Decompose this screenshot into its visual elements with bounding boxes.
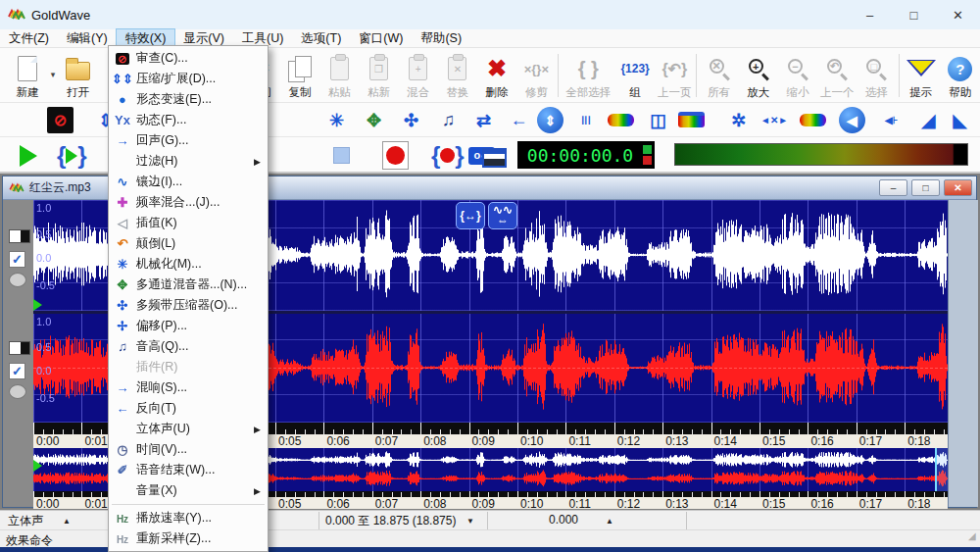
mechanize-effect-button[interactable]: ✳ <box>323 107 350 133</box>
sound-minimize-button[interactable]: – <box>879 179 907 196</box>
fade-out-effect-button[interactable]: ◣ <box>947 107 973 133</box>
effects-menu-item-frequency-blend[interactable]: ✚频率混合...(J)... <box>109 192 268 213</box>
selection-range[interactable]: 0.000 至 18.875 (18.875) <box>325 513 456 529</box>
replace-button[interactable]: ✕替换 <box>438 49 477 100</box>
effects-menu-item-pitch[interactable]: ♫音高(Q)... <box>109 336 268 357</box>
trim-button[interactable]: ×{}×修剪 <box>516 49 556 100</box>
effects-menu-item-mechanize[interactable]: ✳机械化(M)... <box>109 254 268 275</box>
sound-restore-button[interactable]: □ <box>911 179 940 196</box>
copy-button[interactable]: 复制 <box>280 49 319 100</box>
effects-menu-item-reverb[interactable]: →混响(S)... <box>109 377 268 398</box>
menu-帮助S[interactable]: 帮助(S) <box>412 29 470 47</box>
open-button[interactable]: 打开 <box>59 49 98 100</box>
zoom-handle[interactable]: ∿∿ ⇔ <box>488 202 517 229</box>
effects-menu-item-reverse[interactable]: ←反向(T) <box>109 398 268 419</box>
delete-button[interactable]: ✖删除 <box>477 49 516 100</box>
effects-menu-item-volume[interactable]: 音量(X)▶ <box>109 480 268 501</box>
new-dropdown-icon[interactable]: ▾ <box>47 49 59 100</box>
zoom-previous-button[interactable]: ↶上一个 <box>817 49 857 100</box>
channel2-enable-checkbox[interactable]: ✓ <box>9 363 25 379</box>
effects-menu-item-filter[interactable]: 过滤(H)▶ <box>109 151 268 172</box>
effects-menu-item-invert[interactable]: ↶颠倒(L) <box>109 233 268 254</box>
zoom-all-button[interactable]: ✕所有 <box>699 49 738 100</box>
censor-effect-button[interactable]: ⊘ <box>47 107 74 133</box>
loop-play-button[interactable]: {} <box>57 141 87 170</box>
zoom-in-button[interactable]: +放大 <box>739 49 778 100</box>
channel2-solo-radio[interactable] <box>9 384 26 399</box>
effects-menu-item-dynamics[interactable]: Yx动态(F)... <box>109 110 268 130</box>
channel-mixer-effect-button[interactable]: ✥ <box>361 107 387 133</box>
paste-icon <box>330 53 349 84</box>
silence-effect-button[interactable]: ✲ <box>725 107 752 133</box>
sound-close-button[interactable]: ✕ <box>944 179 972 196</box>
effects-menu-item-interpolate[interactable]: ◁插值(K) <box>109 213 268 233</box>
effects-menu-item-doppler[interactable]: ●形态变速(E)... <box>109 89 268 110</box>
effects-menu-item-resample[interactable]: Hz重新采样(Z)... <box>109 528 268 549</box>
channel1-solo-radio[interactable] <box>9 273 26 287</box>
record-button[interactable] <box>382 141 409 170</box>
effects-menu-item-time-warp[interactable]: ◷时间(V)... <box>109 439 268 460</box>
selection-dropdown-icon[interactable]: ▼ <box>466 517 474 526</box>
channel-mode-arrow-icon[interactable]: ▲ <box>63 517 71 526</box>
pan-handle[interactable]: {↔} <box>456 202 485 229</box>
previous-page-button[interactable]: {↶}上一页 <box>655 49 694 100</box>
equalizer-effect-button[interactable]: ≡ <box>572 107 599 133</box>
group-button[interactable]: {123}组 <box>615 49 655 100</box>
menu-文件Z[interactable]: 文件(Z) <box>0 29 58 47</box>
position-value[interactable]: 0.000 <box>549 513 578 527</box>
channel1-display-toggle[interactable] <box>9 229 30 243</box>
resize-grip[interactable]: ◢ <box>968 530 978 540</box>
effects-menu-item-playback-rate[interactable]: Hz播放速率(Y)... <box>109 508 268 528</box>
overview-playhead-marker[interactable] <box>33 460 42 472</box>
effects-menu-item-compressor-expander[interactable]: ⇕⇕压缩/扩展(D)... <box>109 69 268 89</box>
spectrum-filter-effect-button[interactable] <box>678 112 705 127</box>
channel1-enable-checkbox[interactable]: ✓ <box>9 251 25 268</box>
effects-menu-item-censor[interactable]: ⊘审查(C)... <box>109 48 268 69</box>
effects-menu-item-flanger[interactable]: ∿镶边(I)... <box>109 172 268 192</box>
paste-new-button[interactable]: ❐粘新 <box>359 49 398 100</box>
volume-effect-button[interactable]: ◀ <box>839 107 865 133</box>
multiband-compressor-effect-button[interactable]: ✣ <box>398 107 424 133</box>
spectrum-effect-button[interactable] <box>608 114 634 126</box>
crossfade-effect-button[interactable]: ◄✕► <box>760 107 788 133</box>
paste-button[interactable]: 粘贴 <box>319 49 359 100</box>
menu-item-label: 音量(X) <box>136 482 177 499</box>
effects-menu-item-echo[interactable]: →回声(G)... <box>109 130 268 151</box>
zoom-selection-icon: □ <box>865 53 887 84</box>
zoom-out-button[interactable]: −缩小 <box>778 49 817 100</box>
play-button[interactable] <box>20 141 37 170</box>
effects-menu-item-stereo[interactable]: 立体声(U)▶ <box>109 419 268 439</box>
select-all-button[interactable]: { }全部选择 <box>561 49 615 100</box>
close-button[interactable]: ✕ <box>936 0 980 29</box>
position-arrow-icon[interactable]: ▲ <box>606 517 613 526</box>
device-controls-button[interactable] <box>482 143 507 172</box>
fade-in-effect-button[interactable]: ◢ <box>915 107 942 133</box>
effects-menu-item-channel-mixer[interactable]: ✥多通道混音器...(N)... <box>109 275 268 295</box>
menu-选项T[interactable]: 选项(T) <box>292 29 350 47</box>
noise-gate-effect-button[interactable]: ◫ <box>645 107 671 133</box>
reverb-effect-button[interactable]: ⇄ <box>470 107 497 133</box>
hint-button[interactable]: 提示 <box>902 49 941 100</box>
menu-窗口W[interactable]: 窗口(W) <box>350 29 412 47</box>
channel-mode[interactable]: 立体声 <box>8 513 43 529</box>
stop-button[interactable] <box>333 141 350 170</box>
playhead-marker[interactable] <box>33 299 42 311</box>
help-button[interactable]: ?帮助 <box>941 49 980 100</box>
new-button[interactable]: 新建 <box>8 49 47 100</box>
effects-menu-item-multiband-compressor[interactable]: ✣多频带压缩器(O)... <box>109 295 268 316</box>
effects-menu-item-offset[interactable]: ✢偏移(P)... <box>109 316 268 336</box>
pitch-effect-button[interactable]: ♫ <box>435 107 462 133</box>
channel2-display-toggle[interactable] <box>9 341 30 355</box>
mix-button[interactable]: +混合 <box>399 49 438 100</box>
maximize-button[interactable]: □ <box>892 0 936 29</box>
volume-shape-effect-button[interactable]: ◀⊦ <box>878 107 905 133</box>
menu-item-label: 混响(S)... <box>136 379 187 396</box>
loop-record-button[interactable]: {} <box>431 141 465 170</box>
reverse-effect-button[interactable]: ← <box>506 107 532 133</box>
zoom-selection-button[interactable]: □选择 <box>857 49 896 100</box>
minimize-button[interactable]: – <box>848 0 892 29</box>
spectrum-link-effect-button[interactable] <box>800 114 826 126</box>
effects-menu-item-voice-over[interactable]: ✐语音结束(W)... <box>109 460 268 480</box>
group-icon: {123} <box>620 53 649 84</box>
time-warp-effect-button[interactable]: ⇕ <box>537 107 564 133</box>
